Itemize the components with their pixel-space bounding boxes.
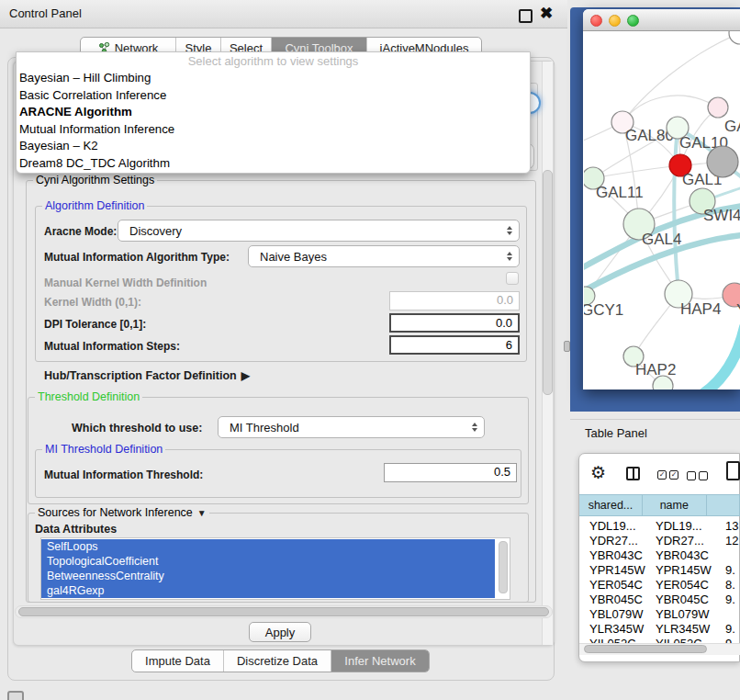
column-header-name[interactable]: name bbox=[643, 495, 707, 515]
algorithm-dropdown-popup: Select algorithm to view settings Bayesi… bbox=[16, 51, 531, 174]
table-row[interactable]: YLR345WYLR345W9. bbox=[582, 622, 740, 637]
minimize-traffic-light[interactable] bbox=[609, 15, 621, 27]
mi-threshold-field[interactable]: 0.5 bbox=[384, 463, 517, 482]
table-cell: YDR27... bbox=[589, 534, 654, 548]
screen: Control Panel ✖ NetworkStyleSelectCyni T… bbox=[0, 0, 740, 700]
hub-definition-toggle[interactable]: Hub/Transcription Factor Definition▶ bbox=[44, 369, 250, 382]
table-row[interactable]: YPR145WYPR145W9. bbox=[582, 563, 740, 578]
table-body: YDL19...YDL19...13YDR27...YDR27...12YBR0… bbox=[582, 517, 740, 643]
table-cell: YBL079W bbox=[589, 607, 654, 621]
tab-impute-data[interactable]: Impute Data bbox=[132, 650, 224, 672]
deselect-all-icon[interactable] bbox=[687, 471, 696, 480]
vertical-scrollbar-thumb[interactable] bbox=[543, 170, 553, 395]
cyni-bottom-tabbar: Impute DataDiscretize DataInfer Network bbox=[131, 649, 430, 672]
dropdown-item-mutual-information-inference[interactable]: Mutual Information Inference bbox=[17, 121, 530, 139]
aracne-mode-combobox[interactable]: Discovery bbox=[118, 220, 520, 242]
table-row[interactable]: YBR045CYBR045C9. bbox=[582, 593, 740, 607]
manual-kernel-width-label: Manual Kernel Width Definition bbox=[44, 277, 207, 289]
attribute-item-selfloops[interactable]: SelfLoops bbox=[41, 539, 495, 554]
network-node-label: HAP4 bbox=[680, 300, 721, 318]
mi-steps-field[interactable]: 6 bbox=[389, 335, 520, 355]
table-row[interactable]: YER054CYER054C8. bbox=[582, 578, 740, 593]
table-cell: 9. bbox=[725, 563, 740, 577]
mi-threshold-label: Mutual Information Threshold: bbox=[44, 469, 203, 481]
float-panel-icon[interactable] bbox=[519, 9, 533, 23]
table-row[interactable]: YDL19...YDL19...13 bbox=[582, 519, 740, 534]
table-panel-divider bbox=[570, 419, 740, 420]
apply-button[interactable]: Apply bbox=[249, 622, 311, 642]
dpi-tolerance-label: DPI Tolerance [0,1]: bbox=[44, 318, 146, 331]
table-cell: YBR043C bbox=[656, 548, 720, 562]
table-cell: YBR045C bbox=[656, 593, 720, 606]
horizontal-scrollbar-thumb[interactable] bbox=[18, 607, 549, 616]
expand-right-icon: ▶ bbox=[241, 369, 250, 382]
column-header-shared[interactable]: shared... bbox=[579, 495, 643, 515]
select-all-icon[interactable]: ✓ bbox=[657, 470, 667, 480]
attribute-item-gal4rgexp[interactable]: gal4RGexp bbox=[41, 583, 495, 598]
dropdown-item-dream8-dc-tdc-algorithm[interactable]: Dream8 DC_TDC Algorithm bbox=[17, 155, 530, 173]
tab-discretize-data[interactable]: Discretize Data bbox=[224, 650, 331, 672]
tab-infer-network[interactable]: Infer Network bbox=[331, 650, 429, 672]
algorithm-definition-label: Algorithm Definition bbox=[42, 199, 147, 212]
kernel-width-label: Kernel Width (0,1): bbox=[44, 296, 141, 309]
zoom-traffic-light[interactable] bbox=[627, 15, 639, 27]
table-cell: YBR045C bbox=[589, 593, 654, 606]
mi-steps-label: Mutual Information Steps: bbox=[44, 340, 180, 353]
tab-label: Infer Network bbox=[344, 654, 415, 668]
network-node-label: GCY1 bbox=[584, 301, 623, 319]
dropdown-item-bayesian-k2[interactable]: Bayesian – K2 bbox=[17, 138, 530, 155]
mi-algorithm-type-label: Mutual Information Algorithm Type: bbox=[44, 251, 230, 264]
close-traffic-light[interactable] bbox=[590, 15, 602, 27]
dropdown-placeholder: Select algorithm to view settings bbox=[17, 52, 530, 70]
minimized-panel-icon[interactable] bbox=[7, 691, 24, 700]
table-row[interactable]: YBL079WYBL079W bbox=[582, 607, 740, 622]
network-window-titlebar[interactable] bbox=[583, 9, 740, 31]
control-panel-titlebar bbox=[0, 0, 567, 28]
splitter-grip[interactable] bbox=[564, 341, 570, 352]
attribute-item-betweennesscentrality[interactable]: BetweennessCentrality bbox=[41, 569, 495, 583]
deselect-all-icon-2[interactable] bbox=[699, 471, 708, 480]
network-edge bbox=[622, 96, 718, 122]
sources-toggle[interactable]: Sources for Network Inference▼ bbox=[35, 506, 209, 519]
dropdown-item-basic-correlation-inference[interactable]: Basic Correlation Inference bbox=[17, 87, 530, 105]
close-icon[interactable]: ✖ bbox=[540, 4, 553, 23]
table-panel-title: Table Panel bbox=[585, 426, 647, 440]
threshold-definition-label: Threshold Definition bbox=[35, 390, 142, 403]
which-threshold-value: MI Threshold bbox=[230, 421, 299, 435]
table-cell: YLR345W bbox=[656, 622, 720, 636]
dropdown-item-bayesian-hill-climbing[interactable]: Bayesian – Hill Climbing bbox=[17, 70, 530, 87]
collapse-down-icon: ▼ bbox=[197, 508, 207, 518]
hub-definition-label: Hub/Transcription Factor Definition bbox=[44, 369, 237, 382]
table-cell: YLR345W bbox=[589, 622, 654, 636]
network-node[interactable] bbox=[707, 146, 738, 177]
page-icon[interactable] bbox=[726, 461, 740, 480]
columns-icon[interactable] bbox=[626, 467, 640, 480]
mi-algorithm-type-combobox[interactable]: Naive Bayes bbox=[248, 245, 520, 267]
table-cell: 9. bbox=[725, 593, 740, 606]
table-horizontal-scrollbar-thumb[interactable] bbox=[584, 645, 707, 653]
network-node-gal[interactable] bbox=[708, 97, 728, 118]
table-cell: YER054C bbox=[589, 578, 654, 592]
network-node[interactable] bbox=[729, 31, 740, 44]
tab-label: Discretize Data bbox=[237, 654, 318, 668]
manual-kernel-width-checkbox[interactable] bbox=[506, 272, 519, 285]
dropdown-item-aracne-algorithm[interactable]: ARACNE Algorithm bbox=[17, 104, 530, 121]
which-threshold-combobox[interactable]: MI Threshold bbox=[218, 416, 485, 438]
table-cell: 12 bbox=[725, 534, 740, 548]
network-canvas[interactable]: GALGAL80GAL10GAL1GAL11SWI4GAL4GCY1HAP4YH… bbox=[584, 31, 740, 390]
gear-icon[interactable]: ⚙ bbox=[590, 462, 606, 483]
kernel-width-field: 0.0 bbox=[389, 291, 520, 310]
table-cell: 9. bbox=[725, 637, 740, 643]
attributes-scrollbar-thumb[interactable] bbox=[499, 541, 508, 593]
table-cell: YDL19... bbox=[589, 519, 654, 533]
table-row[interactable]: YDR27...YDR27...12 bbox=[582, 534, 740, 548]
table-row[interactable]: YBR043CYBR043C bbox=[582, 548, 740, 563]
control-panel-title: Control Panel bbox=[9, 6, 82, 20]
network-edge bbox=[593, 165, 680, 178]
column-header-extra[interactable] bbox=[707, 495, 740, 515]
select-all-icon-2[interactable]: ✓ bbox=[669, 470, 678, 480]
table-cell: YBR043C bbox=[589, 548, 654, 562]
table-row[interactable]: YIL052CYIL052C9. bbox=[582, 637, 740, 643]
dpi-tolerance-field[interactable]: 0.0 bbox=[389, 313, 520, 333]
attribute-item-topologicalcoefficient[interactable]: TopologicalCoefficient bbox=[41, 554, 495, 569]
